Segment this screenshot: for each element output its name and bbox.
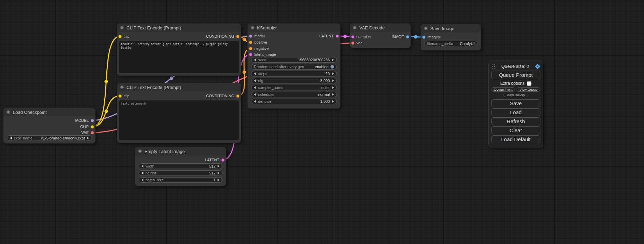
decrement-arrow-icon[interactable] [141, 165, 143, 168]
increment-arrow-icon[interactable] [218, 165, 220, 168]
decrement-arrow-icon[interactable] [254, 100, 256, 103]
node-title-bar[interactable]: VAE Decode [350, 24, 411, 32]
output-slot-image[interactable]: IMAGE [392, 34, 409, 39]
input-slot-samples[interactable]: samples [351, 34, 371, 39]
next-value-arrow-icon[interactable] [332, 86, 334, 89]
settings-gear-icon[interactable] [535, 64, 540, 69]
output-slot-latent[interactable]: LATENT [319, 34, 339, 38]
collapse-dot-icon[interactable] [251, 26, 254, 29]
next-value-arrow-icon[interactable] [332, 93, 334, 96]
node-graph-canvas[interactable]: Load Checkpoint MODEL CLIP VAE ckpt_name… [0, 0, 644, 244]
increment-arrow-icon[interactable] [332, 58, 334, 61]
decrement-arrow-icon[interactable] [254, 72, 256, 75]
clip-input-dot[interactable] [118, 94, 122, 98]
latent-image-input-dot[interactable] [249, 53, 252, 56]
node-title-bar[interactable]: Empty Latent Image [135, 147, 226, 155]
collapse-dot-icon[interactable] [424, 27, 427, 30]
latent-output-dot[interactable] [336, 35, 339, 38]
increment-arrow-icon[interactable] [218, 179, 220, 181]
extra-options-checkbox[interactable] [527, 81, 531, 86]
load-default-button[interactable]: Load Default [491, 135, 540, 143]
batch-size-widget[interactable]: batch_size 1 [139, 177, 222, 183]
input-slot-vae[interactable]: vae [351, 40, 363, 45]
filename-prefix-widget[interactable]: filename_prefix ComfyUI [424, 41, 477, 46]
sampler-name-widget[interactable]: sampler_name euler [251, 85, 337, 90]
denoise-widget[interactable]: denoise 1.000 [251, 99, 337, 104]
collapse-dot-icon[interactable] [138, 150, 142, 153]
input-slot-positive[interactable]: positive [249, 40, 267, 45]
increment-arrow-icon[interactable] [332, 72, 334, 75]
collapse-dot-icon[interactable] [120, 26, 124, 29]
increment-arrow-icon[interactable] [218, 172, 220, 174]
output-slot-conditioning[interactable]: CONDITIONING [206, 34, 239, 39]
ckpt-name-widget[interactable]: ckpt_name v1-5-pruned-emaonly.ckpt [7, 135, 92, 141]
node-load-checkpoint[interactable]: Load Checkpoint MODEL CLIP VAE ckpt_name… [3, 108, 95, 143]
samples-input-dot[interactable] [351, 35, 354, 38]
output-slot-clip[interactable]: CLIP [80, 124, 94, 129]
node-save-image[interactable]: Save Image images filename_prefix ComfyU… [421, 24, 481, 50]
input-slot-images[interactable]: images [422, 35, 440, 39]
latent-output-dot[interactable] [221, 159, 224, 162]
clip-input-dot[interactable] [118, 35, 122, 38]
model-output-dot[interactable] [91, 119, 94, 122]
collapse-dot-icon[interactable] [120, 85, 124, 89]
seed-toggle-dot[interactable] [330, 65, 334, 69]
image-output-dot[interactable] [406, 35, 409, 38]
prev-value-arrow-icon[interactable] [10, 137, 12, 139]
input-slot-clip[interactable]: clip [118, 93, 130, 98]
node-title-bar[interactable]: KSampler [248, 24, 340, 32]
increment-arrow-icon[interactable] [332, 100, 334, 103]
seed-widget[interactable]: seed 156680208700286 [251, 57, 337, 63]
cfg-widget[interactable]: cfg 8.000 [251, 78, 337, 83]
prev-value-arrow-icon[interactable] [254, 86, 256, 89]
menu-drag-handle[interactable] [492, 64, 495, 69]
node-title-bar[interactable]: CLIP Text Encode (Prompt) [117, 83, 241, 91]
output-slot-model[interactable]: MODEL [75, 118, 94, 123]
images-input-dot[interactable] [422, 36, 425, 39]
random-seed-toggle-widget[interactable]: Random seed after every gen enabled [251, 64, 337, 70]
height-widget[interactable]: height 512 [139, 170, 222, 176]
conditioning-output-dot[interactable] [236, 94, 239, 98]
output-slot-conditioning[interactable]: CONDITIONING [206, 93, 239, 98]
conditioning-output-dot[interactable] [236, 35, 239, 38]
clip-output-dot[interactable] [91, 125, 94, 128]
decrement-arrow-icon[interactable] [254, 58, 256, 61]
vae-output-dot[interactable] [91, 131, 94, 134]
queue-front-button[interactable]: Queue Front [491, 87, 515, 92]
queue-prompt-button[interactable]: Queue Prompt [491, 71, 540, 79]
positive-prompt-textarea[interactable]: beautiful scenery nature glass bottle la… [119, 41, 239, 73]
load-button[interactable]: Load [491, 108, 540, 116]
negative-prompt-textarea[interactable]: text, watermark [119, 100, 239, 140]
steps-widget[interactable]: steps 20 [251, 71, 337, 76]
decrement-arrow-icon[interactable] [254, 79, 256, 82]
decrement-arrow-icon[interactable] [141, 172, 143, 174]
positive-input-dot[interactable] [249, 41, 252, 44]
node-vae-decode[interactable]: VAE Decode samples vae IMAGE [350, 24, 411, 48]
width-widget[interactable]: width 512 [139, 163, 222, 169]
node-clip-text-encode-negative[interactable]: CLIP Text Encode (Prompt) clip CONDITION… [117, 83, 241, 143]
decrement-arrow-icon[interactable] [141, 179, 143, 181]
node-title-bar[interactable]: Load Checkpoint [3, 108, 95, 116]
model-input-dot[interactable] [249, 35, 252, 38]
save-button[interactable]: Save [491, 99, 540, 107]
output-slot-latent[interactable]: LATENT [205, 157, 224, 162]
node-clip-text-encode-positive[interactable]: CLIP Text Encode (Prompt) clip CONDITION… [117, 24, 241, 75]
negative-input-dot[interactable] [249, 47, 252, 50]
refresh-button[interactable]: Refresh [491, 117, 540, 125]
input-slot-model[interactable]: model [249, 34, 265, 38]
prev-value-arrow-icon[interactable] [254, 93, 256, 96]
node-empty-latent-image[interactable]: Empty Latent Image LATENT width 512 heig… [135, 147, 226, 186]
clear-button[interactable]: Clear [491, 126, 540, 134]
collapse-dot-icon[interactable] [7, 110, 10, 114]
scheduler-widget[interactable]: scheduler normal [251, 92, 337, 97]
output-slot-vae[interactable]: VAE [81, 130, 94, 135]
increment-arrow-icon[interactable] [332, 79, 334, 82]
input-slot-latent-image[interactable]: latent_image [249, 52, 276, 57]
next-value-arrow-icon[interactable] [87, 137, 89, 139]
view-history-button[interactable]: View History [503, 93, 528, 97]
view-queue-button[interactable]: View Queue [517, 87, 540, 92]
collapse-dot-icon[interactable] [353, 26, 356, 29]
node-title-bar[interactable]: CLIP Text Encode (Prompt) [117, 24, 241, 32]
vae-input-dot[interactable] [351, 42, 354, 45]
input-slot-negative[interactable]: negative [249, 46, 269, 51]
